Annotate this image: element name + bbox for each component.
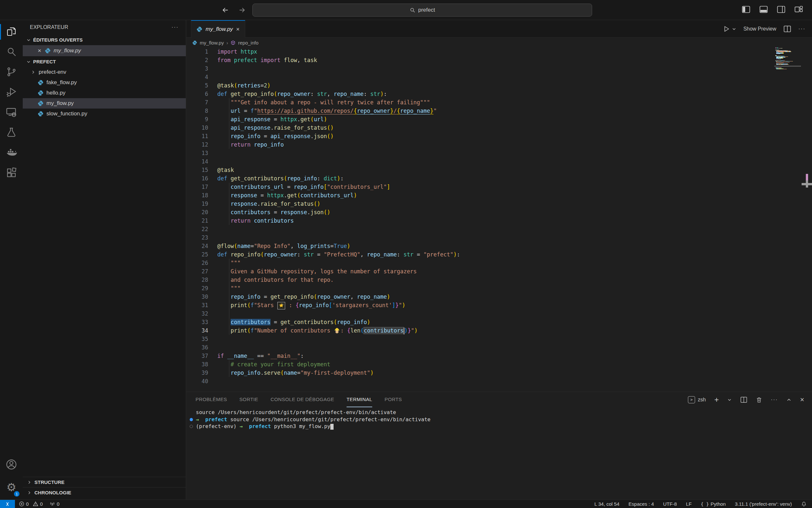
- terminal-dropdown-chevron-icon[interactable]: [727, 397, 732, 402]
- panel-tab-sortie[interactable]: SORTIE: [239, 392, 258, 407]
- editor-group: my_flow.py × Show Preview ··· my_flow.py…: [186, 20, 812, 392]
- python-file-icon: [38, 80, 44, 85]
- code-line-1: 1import httpx: [186, 47, 812, 56]
- command-success-decoration[interactable]: [190, 418, 193, 421]
- construction-worker-emoji: [334, 327, 340, 334]
- tree-item-hello-py[interactable]: hello.py: [23, 88, 186, 98]
- code-line-12: 12 return repo_info: [186, 140, 812, 149]
- run-dropdown-chevron-icon: [732, 27, 736, 31]
- settings-gear-icon[interactable]: ⚙ 1: [0, 477, 23, 497]
- sidebar-more-actions-icon[interactable]: ···: [172, 25, 179, 30]
- project-section-header[interactable]: PREFECT: [23, 56, 186, 67]
- tree-item-my-flow-py[interactable]: my_flow.py: [23, 98, 186, 109]
- code-line-27: 27 Given a GitHub repository, logs the n…: [186, 267, 812, 276]
- python-file-icon: [38, 100, 44, 106]
- braces-icon: { }: [701, 502, 709, 507]
- chevron-down-icon: [26, 37, 31, 43]
- show-preview-button[interactable]: Show Preview: [744, 26, 776, 32]
- status-l-34-col-54[interactable]: L 34, col 54: [594, 501, 619, 507]
- close-panel-icon[interactable]: ×: [800, 395, 804, 404]
- docker-icon[interactable]: [0, 142, 23, 163]
- terminal-icon: >: [688, 396, 695, 404]
- panel-more-actions-icon[interactable]: ···: [771, 397, 778, 403]
- search-view-icon[interactable]: [0, 42, 23, 62]
- editor-tab-bar: my_flow.py × Show Preview ···: [186, 20, 812, 38]
- command-pending-decoration[interactable]: [190, 425, 193, 428]
- code-line-13: 13: [186, 149, 812, 157]
- terminal-shell-badge[interactable]: > zsh: [688, 396, 706, 404]
- minimap[interactable]: [775, 47, 800, 70]
- tab-close-icon[interactable]: ×: [236, 26, 240, 33]
- status-python[interactable]: { }Python: [701, 501, 726, 507]
- minimap-selection-marker: [774, 66, 801, 67]
- code-line-35: 35: [186, 335, 812, 343]
- panel-tab-ports[interactable]: PORTS: [385, 392, 402, 407]
- run-debug-icon[interactable]: [0, 82, 23, 102]
- editor-more-actions-icon[interactable]: ···: [798, 26, 806, 32]
- run-python-file-button[interactable]: [723, 25, 736, 33]
- problems-status[interactable]: 0 0: [19, 501, 43, 507]
- breadcrumb-symbol[interactable]: repo_info: [238, 40, 258, 45]
- notifications-bell-icon[interactable]: [801, 501, 807, 507]
- maximize-panel-icon[interactable]: [786, 397, 792, 403]
- new-terminal-icon[interactable]: +: [714, 395, 719, 404]
- code-editor[interactable]: 1import httpx2from prefect import flow, …: [186, 47, 812, 385]
- code-line-37: 37if __name__ == "__main__":: [186, 352, 812, 360]
- back-arrow-icon[interactable]: [220, 5, 231, 15]
- open-editors-section-header[interactable]: ÉDITEURS OUVERTS: [23, 35, 186, 45]
- code-line-14: 14: [186, 157, 812, 166]
- split-terminal-icon[interactable]: [740, 396, 747, 403]
- toggle-panel-icon[interactable]: [759, 5, 768, 14]
- section-chronologie[interactable]: CHRONOLOGIE: [23, 487, 186, 498]
- close-editor-icon[interactable]: ×: [38, 47, 41, 54]
- code-line-31: 31 print(f"Stars : {repo_info['stargazer…: [186, 301, 812, 309]
- code-line-36: 36: [186, 343, 812, 352]
- code-line-11: 11 repo_info = api_response.json(): [186, 132, 812, 140]
- status-utf-8[interactable]: UTF-8: [663, 501, 677, 507]
- python-file-icon: [196, 26, 202, 32]
- code-line-4: 4: [186, 73, 812, 81]
- remote-indicator[interactable]: [0, 500, 15, 508]
- activity-bar: ⚙ 1: [0, 20, 23, 500]
- code-line-25: 25def repo_info(repo_owner: str = "Prefe…: [186, 250, 812, 259]
- code-line-6: 6def get_repo_info(repo_owner: str, repo…: [186, 90, 812, 98]
- split-editor-icon[interactable]: [783, 25, 791, 33]
- breadcrumb[interactable]: my_flow.py › repo_info: [192, 38, 258, 47]
- code-line-15: 15@task: [186, 166, 812, 174]
- terminal[interactable]: source /Users/henricourdent/git/prefect/…: [186, 409, 812, 430]
- toggle-secondary-sidebar-icon[interactable]: [776, 5, 786, 14]
- tree-item-slow-function-py[interactable]: slow_function.py: [23, 109, 186, 119]
- star-emoji: [277, 302, 285, 309]
- toggle-primary-sidebar-icon[interactable]: [741, 5, 751, 14]
- remote-explorer-icon[interactable]: [0, 102, 23, 122]
- panel-tab-terminal[interactable]: TERMINAL: [346, 392, 372, 407]
- ports-status[interactable]: 0: [49, 501, 59, 507]
- section-structure[interactable]: STRUCTURE: [23, 477, 186, 487]
- extensions-icon[interactable]: [0, 163, 23, 183]
- panel-tab-console-de-d-bogage[interactable]: CONSOLE DE DÉBOGAGE: [271, 392, 334, 407]
- tree-item-prefect-env[interactable]: prefect-env: [23, 67, 186, 77]
- code-line-5: 5@task(retries=2): [186, 81, 812, 90]
- command-center-search[interactable]: prefect: [252, 4, 592, 16]
- bottom-panel: PROBLÈMESSORTIECONSOLE DE DÉBOGAGETERMIN…: [186, 392, 812, 500]
- tab-my-flow[interactable]: my_flow.py ×: [191, 20, 245, 38]
- accounts-icon[interactable]: [0, 454, 23, 474]
- sidebar-title: EXPLORATEUR: [30, 25, 68, 30]
- forward-arrow-icon[interactable]: [236, 5, 247, 15]
- python-file-icon: [38, 111, 44, 117]
- status-3-11-1-prefect-env-venv-[interactable]: 3.11.1 ('prefect-env': venv): [735, 501, 792, 507]
- kill-terminal-icon[interactable]: [756, 396, 762, 403]
- code-line-9: 9 api_response = httpx.get(url): [186, 115, 812, 124]
- panel-tab-probl-mes[interactable]: PROBLÈMES: [195, 392, 227, 407]
- python-file-icon: [38, 90, 44, 96]
- breadcrumb-file[interactable]: my_flow.py: [200, 40, 224, 45]
- code-line-16: 16def get_contributors(repo_info: dict):: [186, 174, 812, 183]
- open-editor-item[interactable]: ×my_flow.py: [23, 45, 186, 56]
- tree-item-fake-flow-py[interactable]: fake_flow.py: [23, 77, 186, 88]
- testing-icon[interactable]: [0, 122, 23, 142]
- explorer-icon[interactable]: [0, 22, 23, 42]
- source-control-icon[interactable]: [0, 62, 23, 82]
- customize-layout-icon[interactable]: [794, 5, 804, 14]
- status-espaces-4[interactable]: Espaces : 4: [628, 501, 654, 507]
- status-lf[interactable]: LF: [686, 501, 692, 507]
